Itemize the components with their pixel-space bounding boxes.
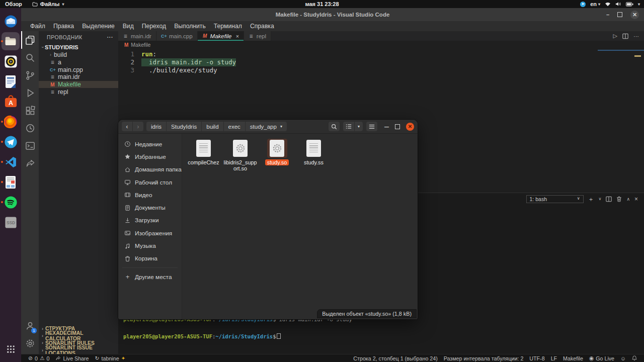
path-segment-build[interactable]: build — [202, 122, 223, 131]
tab-main-idr[interactable]: ≣main.idr — [118, 31, 156, 41]
explorer-item-repl[interactable]: ≣repl — [39, 88, 118, 96]
terminal-tool-view-button[interactable] — [21, 137, 39, 154]
feedback-button[interactable]: ☺ — [617, 355, 629, 361]
maximize-button[interactable] — [617, 12, 622, 17]
explorer-item-main-idr[interactable]: ≣main.idr — [39, 73, 118, 81]
vscode-titlebar[interactable]: Makefile - StudyIdris - Visual Studio Co… — [21, 8, 644, 21]
explorer-item-build[interactable]: ›build — [39, 51, 118, 59]
wifi-icon[interactable] — [605, 2, 611, 7]
split-terminal-icon[interactable] — [606, 196, 612, 202]
file-study-so-selected[interactable]: study.so — [259, 139, 295, 165]
close-button[interactable]: ✕ — [406, 123, 414, 131]
more-actions-icon[interactable]: ··· — [107, 34, 113, 40]
menu-edit[interactable]: Правка — [49, 23, 78, 30]
minimize-button[interactable]: – — [606, 12, 609, 18]
place-videos[interactable]: Видео — [118, 189, 182, 201]
more-actions-icon[interactable]: ··· — [633, 33, 639, 39]
search-view-button[interactable] — [21, 49, 39, 66]
run-debug-view-button[interactable] — [21, 84, 39, 102]
search-button[interactable] — [329, 122, 340, 131]
new-terminal-button[interactable]: ＋ — [588, 196, 594, 202]
tabnine-button[interactable]: ↻tabnine✦ — [92, 355, 128, 361]
back-button[interactable]: ‹ — [122, 122, 132, 131]
kill-terminal-trash-icon[interactable] — [616, 196, 622, 202]
section-sonarlint-issue-locations[interactable]: ›SONARLINT ISSUE LOCATIONS — [39, 347, 118, 354]
indentation-indicator[interactable]: Размер интервала табуляции: 2 — [441, 355, 527, 361]
place-downloads[interactable]: Загрузки — [118, 214, 182, 227]
path-segment-exec[interactable]: exec — [224, 122, 246, 131]
view-options-caret[interactable]: ▾ — [354, 122, 363, 131]
battery-icon[interactable] — [626, 2, 633, 7]
maximize-panel-icon[interactable]: ∧ — [626, 197, 630, 202]
tab-makefile[interactable]: MMakefile× — [198, 31, 244, 41]
place-recent[interactable]: Недавние — [118, 138, 182, 150]
place-trash[interactable]: Корзина — [118, 252, 182, 265]
menu-file[interactable]: Файл — [26, 23, 49, 30]
place-other-locations[interactable]: +Другие места — [118, 270, 182, 283]
show-applications-button[interactable] — [0, 339, 21, 359]
live-share-view-button[interactable] — [21, 154, 39, 172]
path-segment-idris[interactable]: idris — [146, 122, 167, 131]
settings-button[interactable] — [21, 334, 39, 352]
notifications-bell-button[interactable] — [629, 355, 640, 361]
dock-ubuntu-software[interactable]: A — [0, 92, 21, 112]
accounts-button[interactable]: 1 — [21, 317, 39, 334]
files-content[interactable]: compileChez libidris2_support.so study.s… — [182, 134, 418, 319]
run-file-button[interactable]: ▷ — [613, 33, 617, 39]
new-terminal-dropdown-icon[interactable]: ∨ — [599, 197, 602, 201]
hamburger-menu-button[interactable] — [366, 122, 377, 131]
place-starred[interactable]: Избранные — [118, 150, 182, 163]
menu-terminal[interactable]: Терминал — [210, 23, 246, 30]
split-editor-icon[interactable] — [622, 33, 628, 39]
encoding-indicator[interactable]: UTF-8 — [526, 355, 547, 361]
dock-ssd-drive[interactable]: SSD — [0, 212, 21, 232]
app-menu-files[interactable]: Файлы ▾ — [27, 0, 69, 8]
explorer-root-folder[interactable]: › STUDYIDRIS — [39, 43, 118, 51]
dock-rhythmbox[interactable] — [0, 51, 21, 71]
menu-go[interactable]: Переход — [138, 23, 170, 30]
volume-icon[interactable] — [615, 2, 621, 7]
language-mode-indicator[interactable]: Makefile — [560, 355, 586, 361]
live-share-button[interactable]: Live Share — [52, 355, 92, 361]
tab-repl[interactable]: ≣repl — [244, 31, 271, 41]
menu-selection[interactable]: Выделение — [78, 23, 119, 30]
path-segment-studyidris[interactable]: StudyIdris — [167, 122, 202, 131]
path-segment-study-app[interactable]: study_app▾ — [246, 122, 287, 131]
dock-files[interactable] — [0, 31, 21, 51]
close-tab-icon[interactable]: × — [235, 33, 238, 39]
menu-view[interactable]: Вид — [119, 23, 138, 30]
place-music[interactable]: Музыка — [118, 239, 182, 252]
dock-vscode[interactable] — [0, 152, 21, 172]
history-view-button[interactable] — [21, 119, 39, 137]
file-libidris2-support-so[interactable]: libidris2_support.so — [222, 139, 259, 171]
dock-telegram[interactable] — [0, 132, 21, 152]
maximize-button[interactable] — [395, 124, 400, 129]
dock-thunderbird[interactable] — [0, 11, 21, 31]
clock[interactable]: мая 31 23:28 — [0, 1, 644, 7]
problems-indicator[interactable]: ⊘0⚠0 — [25, 355, 52, 361]
dock-spotify[interactable] — [0, 192, 21, 212]
breadcrumb[interactable]: M Makefile — [118, 41, 644, 49]
place-documents[interactable]: Документы — [118, 201, 182, 214]
cursor-position-indicator[interactable]: Строка 2, столбец 1 (выбрано 24) — [350, 355, 440, 361]
dock-firefox[interactable] — [0, 112, 21, 132]
go-live-button[interactable]: ◉Go Live — [586, 355, 617, 361]
explorer-item-a[interactable]: ≣a — [39, 59, 118, 66]
close-panel-icon[interactable]: × — [634, 196, 638, 202]
menu-help[interactable]: Справка — [246, 23, 278, 30]
minimize-button[interactable]: – — [384, 122, 389, 131]
system-menu-caret-icon[interactable]: ▾ — [638, 2, 640, 7]
explorer-item-makefile[interactable]: MMakefile — [39, 81, 118, 88]
minimap-slider[interactable] — [598, 50, 644, 51]
activities-button[interactable]: Обзор — [0, 0, 27, 8]
explorer-item-main-cpp[interactable]: C+main.cpp — [39, 66, 118, 73]
files-headerbar[interactable]: ‹ › idris StudyIdris build exec study_ap… — [118, 120, 418, 134]
dock-libreoffice-writer[interactable] — [0, 71, 21, 92]
keyboard-layout-indicator[interactable]: en▾ — [590, 1, 600, 7]
place-pictures[interactable]: Изображения — [118, 227, 182, 239]
section-hexadecimal-calculator[interactable]: ›HEXADECIMAL CALCULATOR — [39, 332, 118, 339]
file-compilechez[interactable]: compileChez — [185, 139, 222, 165]
tab-main-cpp[interactable]: C+main.cpp — [156, 31, 198, 41]
eol-indicator[interactable]: LF — [548, 355, 560, 361]
place-desktop[interactable]: Рабочий стол — [118, 176, 182, 189]
